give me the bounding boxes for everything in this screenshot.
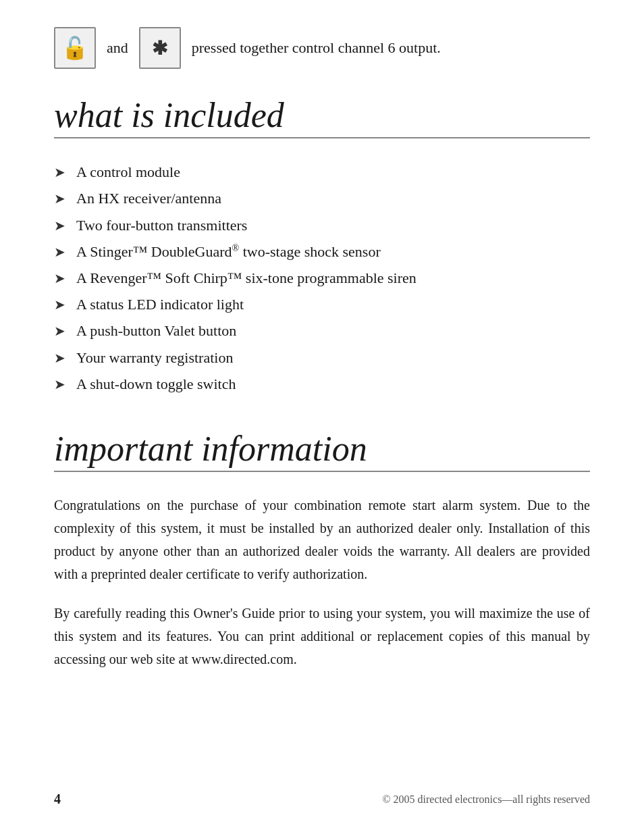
list-item: ➤ Your warranty registration xyxy=(54,346,590,369)
list-item-text: Two four-button transmitters xyxy=(76,213,247,237)
bullet-arrow-icon: ➤ xyxy=(54,347,65,369)
list-item-text: A shut-down toggle switch xyxy=(76,372,236,396)
list-item: ➤ A push-button Valet button xyxy=(54,319,590,342)
and-label: and xyxy=(107,39,128,57)
important-info-heading: important information xyxy=(54,429,590,472)
important-info-paragraph-2: By carefully reading this Owner's Guide … xyxy=(54,602,590,671)
bullet-arrow-icon: ➤ xyxy=(54,320,65,342)
asterisk-icon: ✱ xyxy=(152,37,167,59)
bullet-arrow-icon: ➤ xyxy=(54,161,65,183)
list-item-text: A control module xyxy=(76,160,180,184)
list-item: ➤ A control module xyxy=(54,160,590,184)
list-item: ➤ Two four-button transmitters xyxy=(54,213,590,237)
list-item: ➤ A status LED indicator light xyxy=(54,292,590,316)
asterisk-icon-box: ✱ xyxy=(139,27,181,69)
what-is-included-section: what is included ➤ A control module ➤ An… xyxy=(54,96,590,396)
page-number: 4 xyxy=(54,791,61,807)
lock-icon-box: 🔓 xyxy=(54,27,96,69)
bullet-arrow-icon: ➤ xyxy=(54,373,65,395)
bullet-arrow-icon: ➤ xyxy=(54,267,65,289)
lock-icon: 🔓 xyxy=(61,35,88,61)
bullet-arrow-icon: ➤ xyxy=(54,215,65,236)
list-item-text: An HX receiver/antenna xyxy=(76,186,221,210)
page: 🔓 and ✱ pressed together control channel… xyxy=(0,0,644,834)
list-item: ➤ A shut-down toggle switch xyxy=(54,372,590,396)
list-item: ➤ A Stinger™ DoubleGuard® two-stage shoc… xyxy=(54,240,590,263)
top-icon-row: 🔓 and ✱ pressed together control channel… xyxy=(54,27,590,69)
what-included-heading: what is included xyxy=(54,96,590,138)
included-items-list: ➤ A control module ➤ An HX receiver/ante… xyxy=(54,160,590,396)
list-item-text: A Revenger™ Soft Chirp™ six-tone program… xyxy=(76,266,417,290)
list-item: ➤ An HX receiver/antenna xyxy=(54,186,590,210)
list-item-text: A Stinger™ DoubleGuard® two-stage shock … xyxy=(76,240,381,263)
list-item: ➤ A Revenger™ Soft Chirp™ six-tone progr… xyxy=(54,266,590,290)
important-info-paragraph-1: Congratulations on the purchase of your … xyxy=(54,494,590,585)
bullet-arrow-icon: ➤ xyxy=(54,294,65,315)
list-item-text: A push-button Valet button xyxy=(76,319,236,342)
copyright-text: © 2005 directed electronics—all rights r… xyxy=(382,793,590,806)
bullet-arrow-icon: ➤ xyxy=(54,241,65,263)
important-info-section: important information Congratulations on… xyxy=(54,429,590,671)
bullet-arrow-icon: ➤ xyxy=(54,188,65,209)
list-item-text: A status LED indicator light xyxy=(76,292,244,316)
page-footer: 4 © 2005 directed electronics—all rights… xyxy=(54,791,590,807)
pressed-together-text: pressed together control channel 6 outpu… xyxy=(192,39,441,57)
list-item-text: Your warranty registration xyxy=(76,346,233,369)
